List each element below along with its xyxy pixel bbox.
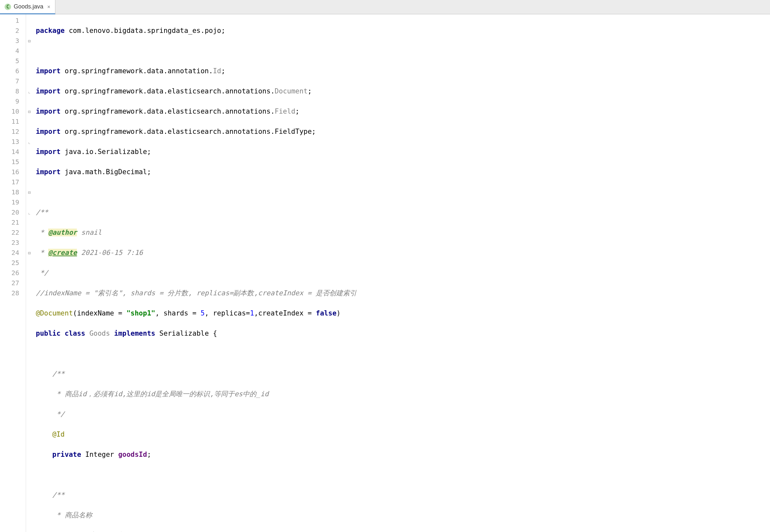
code-line-20[interactable]: */ [36,409,770,419]
line-number[interactable]: 2 [0,26,26,36]
code-line-26[interactable]: * type: 字段数据类型 [36,530,770,532]
fold-marker-collapse[interactable]: ⊟ [26,106,33,117]
code-line-11[interactable]: * @author snail [36,228,770,238]
fold-marker-collapse[interactable]: ⊟ [26,248,33,258]
fold-marker [26,157,33,167]
fold-marker [26,147,33,157]
close-icon[interactable]: × [47,4,50,10]
class-icon: C [5,4,11,10]
line-number[interactable]: 9 [0,96,26,106]
fold-marker [26,96,33,106]
fold-gutter: ⊟ ⌞ ⊟ ⌞ ⊟ ⌞ ⊟ [26,14,33,532]
tab-label: Goods.java [14,3,43,10]
line-number[interactable]: 15 [0,157,26,167]
code-line-6[interactable]: import org.springframework.data.elastics… [36,127,770,137]
fold-marker [26,16,33,26]
line-gutter: 1 2 3 4 5 6 7 8 9 10 11 12 13 14 15 16 1… [0,14,26,532]
code-line-5[interactable]: import org.springframework.data.elastics… [36,106,770,117]
fold-marker-collapse[interactable]: ⊟ [26,36,33,46]
code-area[interactable]: package com.lenovo.bigdata.springdata_es… [33,14,770,532]
line-number[interactable]: 11 [0,117,26,127]
fold-marker [26,278,33,288]
line-number[interactable]: 21 [0,217,26,228]
fold-marker [26,127,33,137]
code-line-7[interactable]: import java.io.Serializable; [36,147,770,157]
line-number[interactable]: 16 [0,167,26,177]
code-line-1[interactable]: package com.lenovo.bigdata.springdata_es… [36,26,770,36]
code-line-25[interactable]: * 商品名称 [36,510,770,520]
code-line-17[interactable] [36,349,770,359]
line-number[interactable]: 10 [0,106,26,117]
code-line-10[interactable]: /** [36,207,770,217]
fold-marker [26,167,33,177]
line-number[interactable]: 4 [0,46,26,56]
line-number[interactable]: 7 [0,76,26,86]
code-line-12[interactable]: * @create 2021-06-15 7:16 [36,248,770,258]
line-number[interactable]: 14 [0,147,26,157]
line-number[interactable]: 13 [0,137,26,147]
code-line-15[interactable]: @Document(indexName = "shop1", shards = … [36,308,770,318]
fold-marker [26,76,33,86]
line-number[interactable]: 1 [0,16,26,26]
line-number[interactable]: 26 [0,268,26,278]
line-number[interactable]: 19 [0,197,26,207]
line-number[interactable]: 20 [0,207,26,217]
code-line-13[interactable]: */ [36,268,770,278]
fold-marker [26,197,33,207]
editor-area: 1 2 3 4 5 6 7 8 9 10 11 12 13 14 15 16 1… [0,14,770,532]
code-line-9[interactable] [36,187,770,197]
line-number[interactable]: 17 [0,177,26,187]
line-number[interactable]: 25 [0,258,26,268]
fold-marker [26,288,33,298]
line-number[interactable]: 22 [0,228,26,238]
code-line-3[interactable]: import org.springframework.data.annotati… [36,66,770,76]
line-number[interactable]: 5 [0,56,26,66]
line-number[interactable]: 8 [0,86,26,96]
code-line-16[interactable]: public class Goods implements Serializab… [36,329,770,339]
code-line-23[interactable] [36,470,770,480]
fold-marker [26,238,33,248]
file-tab[interactable]: C Goods.java × [0,0,55,14]
fold-marker [26,217,33,228]
line-number[interactable]: 18 [0,187,26,197]
tab-bar: C Goods.java × [0,0,770,14]
fold-marker-end[interactable]: ⌞ [26,207,33,217]
line-number[interactable]: 23 [0,238,26,248]
line-number[interactable]: 6 [0,66,26,76]
line-number[interactable]: 12 [0,127,26,137]
line-number[interactable]: 27 [0,278,26,288]
fold-marker-collapse[interactable]: ⊟ [26,187,33,197]
code-line-24[interactable]: /** [36,490,770,500]
line-number[interactable]: 3 [0,36,26,46]
code-line-19[interactable]: * 商品id，必须有id,这里的id是全局唯一的标识,等同于es中的_id [36,389,770,399]
code-line-14[interactable]: //indexName = "索引名", shards = 分片数, repli… [36,288,770,298]
fold-marker [26,258,33,268]
fold-marker [26,177,33,187]
code-line-8[interactable]: import java.math.BigDecimal; [36,167,770,177]
code-line-22[interactable]: private Integer goodsId; [36,450,770,460]
code-line-21[interactable]: @Id [36,429,770,440]
line-number[interactable]: 28 [0,288,26,298]
code-line-2[interactable] [36,46,770,56]
code-line-4[interactable]: import org.springframework.data.elastics… [36,86,770,96]
fold-marker [26,268,33,278]
fold-marker [26,56,33,66]
fold-marker-end[interactable]: ⌞ [26,86,33,96]
fold-marker [26,117,33,127]
fold-marker [26,228,33,238]
fold-marker [26,66,33,76]
fold-marker [26,26,33,36]
line-number[interactable]: 24 [0,248,26,258]
fold-marker [26,46,33,56]
fold-marker-end[interactable]: ⌞ [26,137,33,147]
code-line-18[interactable]: /** [36,369,770,379]
